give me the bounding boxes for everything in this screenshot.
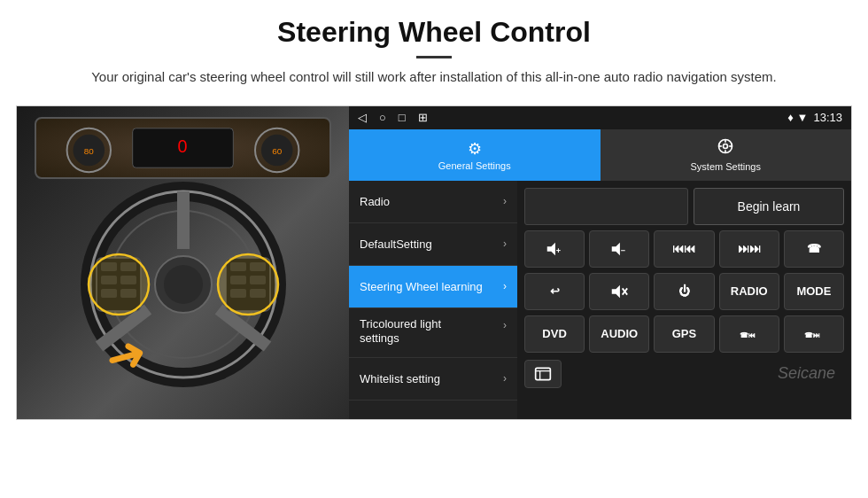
dvd-button[interactable]: DVD bbox=[524, 315, 585, 353]
next-track-button[interactable]: ⏭⏭ bbox=[719, 230, 779, 268]
android-ui: ◁ ○ □ ⊞ ♦ ▼ 13:13 ⚙ General Settings bbox=[349, 106, 851, 419]
menu-tricoloured-label: Tricoloured lightsettings bbox=[360, 317, 441, 347]
system-settings-icon bbox=[717, 137, 734, 160]
svg-text:☎⏮: ☎⏮ bbox=[740, 331, 756, 338]
control-buttons-row3: DVD AUDIO GPS ☎⏮ ☎⏭ bbox=[524, 315, 844, 353]
svg-text:+: + bbox=[556, 245, 561, 254]
tab-bar: ⚙ General Settings System Settings bbox=[349, 129, 851, 181]
chevron-icon-steering: › bbox=[503, 280, 507, 292]
steering-bg: 80 60 0 bbox=[17, 106, 349, 419]
gauge-area: 80 60 0 bbox=[35, 117, 331, 179]
chevron-icon-whitelist: › bbox=[503, 372, 507, 385]
svg-point-30 bbox=[89, 254, 149, 315]
svg-point-15 bbox=[164, 265, 203, 304]
learn-input[interactable] bbox=[524, 188, 688, 225]
menu-item-default-setting[interactable]: DefaultSetting › bbox=[349, 223, 517, 266]
bottom-row: Seicane bbox=[524, 358, 844, 390]
svg-text:0: 0 bbox=[178, 136, 188, 156]
phone-next-button[interactable]: ☎⏭ bbox=[784, 315, 844, 353]
hang-up-button[interactable]: ↩ bbox=[524, 273, 585, 310]
svg-text:−: − bbox=[621, 245, 625, 254]
extra-button[interactable] bbox=[524, 360, 562, 388]
menu-whitelist-label: Whitelist setting bbox=[360, 372, 440, 385]
recent-icon[interactable]: □ bbox=[399, 111, 406, 124]
menu-item-radio[interactable]: Radio › bbox=[349, 181, 517, 223]
menu-item-whitelist[interactable]: Whitelist setting › bbox=[349, 358, 517, 401]
status-bar: ◁ ○ □ ⊞ ♦ ▼ 13:13 bbox=[349, 106, 851, 129]
back-icon[interactable]: ◁ bbox=[358, 111, 367, 124]
svg-point-31 bbox=[218, 254, 278, 315]
tab-general-label: General Settings bbox=[438, 160, 511, 171]
svg-text:☎⏭: ☎⏭ bbox=[804, 331, 820, 338]
svg-marker-42 bbox=[612, 284, 620, 298]
menu-radio-label: Radio bbox=[360, 195, 390, 208]
page-header: Steering Wheel Control Your original car… bbox=[0, 0, 868, 97]
phone-button[interactable]: ☎ bbox=[784, 230, 844, 268]
chevron-icon-default: › bbox=[503, 237, 507, 250]
tab-general-settings[interactable]: ⚙ General Settings bbox=[349, 129, 601, 181]
radio-button[interactable]: RADIO bbox=[719, 273, 779, 310]
volume-up-button[interactable]: + bbox=[524, 230, 585, 268]
menu-list: Radio › DefaultSetting › Steering Wheel … bbox=[349, 181, 517, 419]
tab-system-label: System Settings bbox=[691, 161, 761, 172]
svg-text:80: 80 bbox=[84, 146, 94, 156]
general-settings-icon: ⚙ bbox=[468, 139, 482, 159]
title-divider bbox=[416, 56, 452, 58]
svg-rect-47 bbox=[536, 368, 551, 379]
header-description: Your original car's steering wheel contr… bbox=[53, 67, 815, 88]
control-buttons-row2: ↩ ⏻ RADIO MODE bbox=[524, 273, 844, 310]
audio-button[interactable]: AUDIO bbox=[589, 315, 649, 353]
screenshot-icon[interactable]: ⊞ bbox=[418, 111, 428, 124]
mode-button[interactable]: MODE bbox=[784, 273, 844, 310]
main-content: 80 60 0 bbox=[16, 105, 852, 420]
watermark: Seicane bbox=[566, 364, 844, 383]
svg-text:60: 60 bbox=[272, 146, 282, 156]
begin-learn-row: Begin learn bbox=[524, 188, 844, 225]
mute-button[interactable] bbox=[589, 273, 649, 310]
prev-track-button[interactable]: ⏮⏮ bbox=[654, 230, 714, 268]
location-icon: ♦ ▼ bbox=[787, 111, 808, 124]
car-photo: 80 60 0 bbox=[17, 106, 349, 419]
menu-default-label: DefaultSetting bbox=[360, 237, 432, 251]
phone-prev-button[interactable]: ☎⏮ bbox=[719, 315, 779, 353]
svg-marker-40 bbox=[612, 242, 620, 255]
svg-point-33 bbox=[724, 144, 728, 149]
menu-steering-label: Steering Wheel learning bbox=[360, 280, 483, 293]
page-title: Steering Wheel Control bbox=[53, 16, 815, 49]
home-icon[interactable]: ○ bbox=[379, 111, 386, 124]
menu-item-tricoloured[interactable]: Tricoloured lightsettings › bbox=[349, 308, 517, 358]
svg-marker-38 bbox=[547, 242, 555, 255]
control-buttons-row1: + − ⏮⏮ ⏭⏭ ☎ bbox=[524, 230, 844, 268]
menu-item-steering-wheel[interactable]: Steering Wheel learning › bbox=[349, 266, 517, 308]
nav-icons: ◁ ○ □ ⊞ bbox=[358, 111, 428, 124]
content-area: Radio › DefaultSetting › Steering Wheel … bbox=[349, 181, 851, 419]
power-button[interactable]: ⏻ bbox=[654, 273, 714, 310]
tab-system-settings[interactable]: System Settings bbox=[601, 129, 852, 181]
chevron-icon-tricoloured: › bbox=[503, 319, 507, 331]
right-panel: Begin learn + − bbox=[517, 181, 851, 419]
chevron-icon-radio: › bbox=[503, 195, 507, 207]
volume-down-button[interactable]: − bbox=[589, 230, 649, 268]
begin-learn-button[interactable]: Begin learn bbox=[694, 188, 844, 225]
status-indicators: ♦ ▼ 13:13 bbox=[787, 111, 842, 124]
gps-button[interactable]: GPS bbox=[654, 315, 714, 353]
time-display: 13:13 bbox=[813, 111, 842, 124]
steering-wheel bbox=[43, 177, 322, 393]
